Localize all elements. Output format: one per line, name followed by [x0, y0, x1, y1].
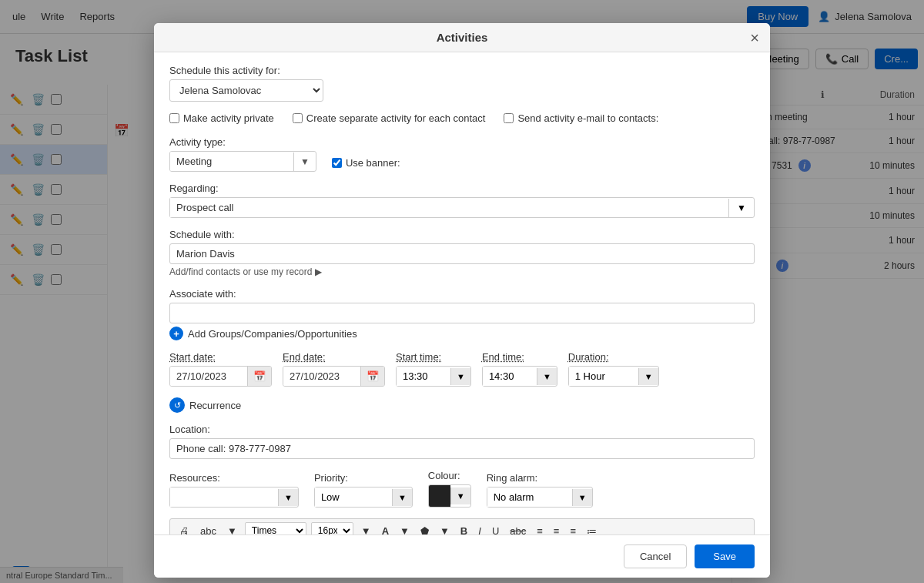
colour-box[interactable]: [429, 485, 450, 507]
activity-type-input[interactable]: [170, 152, 293, 171]
ring-alarm-col: Ring alarm: ▼: [487, 472, 593, 508]
modal-title: Activities: [437, 31, 488, 44]
editor-font-select[interactable]: Times: [245, 522, 306, 534]
duration-input[interactable]: [569, 367, 638, 386]
activity-type-dropdown-button[interactable]: ▼: [293, 152, 316, 171]
ring-alarm-input[interactable]: [487, 488, 572, 507]
editor-align-left-button[interactable]: ≡: [534, 524, 546, 535]
modal-footer: Cancel Save: [154, 534, 770, 578]
page-background: ule Write Reports Buy Now 👤 Jelena Samol…: [0, 0, 924, 583]
colour-dropdown[interactable]: ▼: [450, 488, 470, 504]
add-groups-row[interactable]: + Add Groups/Companies/Opportunities: [169, 327, 755, 340]
recurrence-label: Recurrence: [189, 400, 241, 411]
make-private-checkbox-label[interactable]: Make activity private: [169, 112, 274, 124]
start-date-input-wrap: 📅: [169, 366, 272, 387]
modal-overlay: Activities × Schedule this activity for:…: [0, 0, 924, 583]
activity-type-label: Activity type:: [169, 136, 316, 148]
end-time-input[interactable]: [483, 367, 537, 386]
editor-toolbar: 🖨 abc ▼ Times 16px ▼ A ▼ ⬟ ▼: [169, 518, 755, 534]
add-groups-icon: +: [169, 327, 183, 340]
editor-list-button[interactable]: ≔: [584, 524, 600, 535]
editor-align-right-button[interactable]: ≡: [567, 524, 579, 535]
location-input[interactable]: [169, 438, 755, 459]
location-label: Location:: [169, 424, 755, 435]
editor-italic-button[interactable]: I: [475, 524, 484, 535]
ring-alarm-label: Ring alarm:: [487, 472, 593, 484]
make-private-checkbox[interactable]: [169, 113, 179, 123]
resources-col: Resources: ▼: [169, 472, 299, 508]
create-separate-checkbox[interactable]: [293, 113, 303, 123]
associate-input[interactable]: [169, 303, 755, 323]
end-date-label: End date:: [283, 351, 385, 363]
end-date-input-wrap: 📅: [283, 366, 385, 387]
add-contacts-text: Add/find contacts or use my record: [169, 266, 312, 277]
send-email-checkbox-label[interactable]: Send activity e-mail to contacts:: [504, 112, 658, 124]
colour-select-wrap: ▼: [428, 484, 471, 508]
send-email-checkbox[interactable]: [504, 113, 514, 123]
recurrence-row: ↺ Recurrence: [169, 397, 755, 413]
regarding-label: Regarding:: [169, 183, 755, 194]
resources-label: Resources:: [169, 472, 299, 484]
checkboxes-row: Make activity private Create separate ac…: [169, 112, 755, 124]
use-banner-text: Use banner:: [346, 157, 400, 169]
associate-with-row: Associate with: + Add Groups/Companies/O…: [169, 288, 755, 340]
modal-header: Activities ×: [154, 23, 770, 52]
start-time-input[interactable]: [397, 367, 450, 386]
resources-input[interactable]: [170, 488, 278, 507]
editor-size-select[interactable]: 16px: [311, 522, 353, 534]
editor-spellcheck-dropdown[interactable]: ▼: [224, 524, 240, 535]
priority-input[interactable]: [315, 488, 392, 507]
location-row: Location:: [169, 424, 755, 459]
cancel-button[interactable]: Cancel: [624, 544, 687, 568]
editor-format-dropdown[interactable]: ▼: [397, 524, 413, 535]
editor-shape-icon[interactable]: ⬟: [417, 524, 432, 535]
start-time-dropdown[interactable]: ▼: [450, 368, 470, 385]
add-find-contacts-link[interactable]: Add/find contacts or use my record ▶: [169, 266, 755, 277]
editor-size-dropdown[interactable]: ▼: [358, 524, 374, 535]
activity-type-group: Activity type: ▼: [169, 136, 316, 172]
regarding-input-wrap: ▼: [169, 197, 755, 218]
end-date-col: End date: 📅: [283, 351, 385, 387]
editor-format-a-button[interactable]: A: [379, 524, 392, 535]
modal-close-button[interactable]: ×: [750, 30, 759, 45]
duration-label: Duration:: [568, 351, 659, 363]
activities-modal: Activities × Schedule this activity for:…: [154, 23, 770, 578]
save-button[interactable]: Save: [695, 544, 755, 568]
editor-strikethrough-button[interactable]: abc: [507, 524, 529, 535]
duration-dropdown[interactable]: ▼: [638, 368, 658, 385]
editor-shape-dropdown[interactable]: ▼: [437, 524, 453, 535]
create-separate-checkbox-label[interactable]: Create separate activity for each contac…: [293, 112, 486, 124]
end-date-input[interactable]: [283, 367, 360, 386]
editor-print-icon[interactable]: 🖨: [176, 524, 192, 535]
colour-label: Colour:: [428, 470, 471, 481]
end-time-dropdown[interactable]: ▼: [537, 368, 557, 385]
regarding-input[interactable]: [170, 198, 728, 217]
regarding-row: Regarding: ▼: [169, 183, 755, 218]
ring-alarm-dropdown[interactable]: ▼: [572, 489, 592, 506]
editor-align-center-button[interactable]: ≡: [551, 524, 563, 535]
associate-label: Associate with:: [169, 288, 755, 300]
start-date-calendar-button[interactable]: 📅: [247, 367, 271, 386]
activity-type-row: Activity type: ▼ Use banner:: [169, 136, 755, 172]
schedule-for-select[interactable]: Jelena Samolovac: [169, 79, 323, 102]
ring-alarm-select-wrap: ▼: [487, 487, 593, 508]
schedule-for-label: Schedule this activity for:: [169, 65, 755, 76]
priority-dropdown[interactable]: ▼: [392, 489, 412, 506]
end-date-calendar-button[interactable]: 📅: [360, 367, 384, 386]
schedule-with-input[interactable]: [169, 243, 755, 264]
editor-spellcheck-icon[interactable]: abc: [197, 524, 219, 535]
use-banner-checkbox[interactable]: [332, 158, 342, 168]
make-private-label: Make activity private: [183, 112, 274, 124]
end-time-wrap: ▼: [482, 366, 557, 387]
editor-underline-button[interactable]: U: [489, 524, 502, 535]
datetime-row: Start date: 📅 End date: 📅: [169, 351, 755, 387]
editor-section: 🖨 abc ▼ Times 16px ▼ A ▼ ⬟ ▼: [169, 518, 755, 534]
use-banner-label[interactable]: Use banner:: [332, 157, 400, 169]
add-groups-text: Add Groups/Companies/Opportunities: [188, 328, 357, 340]
editor-bold-button[interactable]: B: [457, 524, 470, 535]
priority-select-wrap: ▼: [314, 487, 413, 508]
resources-dropdown[interactable]: ▼: [278, 489, 298, 506]
schedule-with-row: Schedule with: Add/find contacts or use …: [169, 229, 755, 277]
start-date-input[interactable]: [170, 367, 247, 386]
regarding-dropdown-button[interactable]: ▼: [728, 199, 754, 217]
